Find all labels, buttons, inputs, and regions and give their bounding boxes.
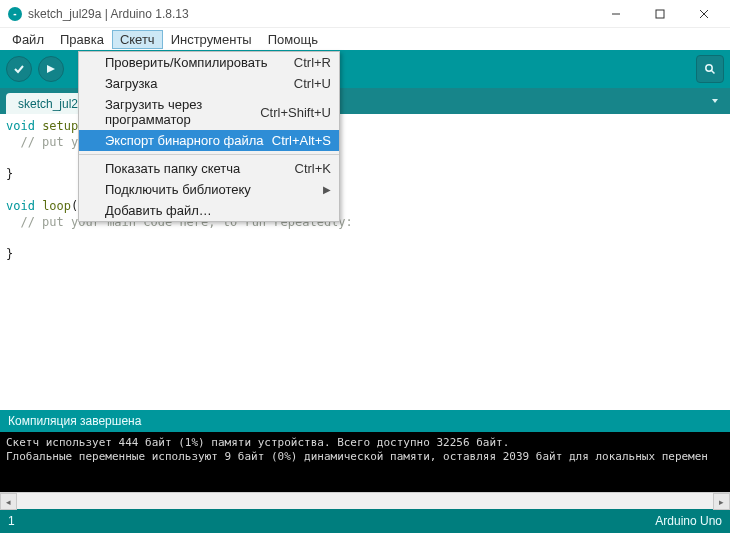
- tab-dropdown-button[interactable]: [704, 90, 726, 112]
- footer-bar: 1 Arduino Uno: [0, 509, 730, 533]
- fn-name: loop: [42, 199, 71, 213]
- menu-item-label: Подключить библиотеку: [105, 182, 251, 197]
- scroll-left-button[interactable]: ◂: [0, 493, 17, 510]
- serial-monitor-button[interactable]: [696, 55, 724, 83]
- keyword: void: [6, 199, 35, 213]
- menubar: Файл Правка Скетч Инструменты Помощь: [0, 28, 730, 50]
- menu-item-upload[interactable]: Загрузка Ctrl+U: [79, 73, 339, 94]
- submenu-arrow-icon: ▶: [323, 184, 331, 195]
- sketch-menu-popup: Проверить/Компилировать Ctrl+R Загрузка …: [78, 51, 340, 222]
- menu-edit[interactable]: Правка: [52, 30, 112, 49]
- menu-item-shortcut: Ctrl+Alt+S: [272, 133, 331, 148]
- code-text: }: [6, 247, 13, 261]
- menu-item-verify[interactable]: Проверить/Компилировать Ctrl+R: [79, 52, 339, 73]
- comment: // put yo: [6, 135, 85, 149]
- menu-item-show-folder[interactable]: Показать папку скетча Ctrl+K: [79, 158, 339, 179]
- menu-item-upload-programmer[interactable]: Загрузить через программатор Ctrl+Shift+…: [79, 94, 339, 130]
- svg-marker-7: [712, 99, 718, 103]
- menu-help[interactable]: Помощь: [260, 30, 326, 49]
- verify-button[interactable]: [6, 56, 32, 82]
- status-text: Компиляция завершена: [8, 414, 141, 428]
- menu-file[interactable]: Файл: [4, 30, 52, 49]
- footer-board-name: Arduino Uno: [655, 514, 722, 528]
- menu-item-label: Экспорт бинарного файла: [105, 133, 264, 148]
- menu-item-shortcut: Ctrl+R: [294, 55, 331, 70]
- menu-item-export-binary[interactable]: Экспорт бинарного файла Ctrl+Alt+S: [79, 130, 339, 151]
- menu-item-label: Загрузить через программатор: [105, 97, 260, 127]
- menu-item-add-file[interactable]: Добавить файл…: [79, 200, 339, 221]
- svg-marker-4: [47, 65, 55, 73]
- menu-item-label: Проверить/Компилировать: [105, 55, 267, 70]
- close-button[interactable]: [682, 0, 726, 28]
- fn-name: setup: [42, 119, 78, 133]
- menu-item-shortcut: Ctrl+U: [294, 76, 331, 91]
- console-line: Глобальные переменные используют 9 байт …: [6, 450, 724, 464]
- menu-item-label: Добавить файл…: [105, 203, 212, 218]
- status-bar: Компиляция завершена: [0, 410, 730, 432]
- menu-item-shortcut: Ctrl+K: [295, 161, 331, 176]
- svg-rect-1: [656, 10, 664, 18]
- keyword: void: [6, 119, 35, 133]
- code-text: }: [6, 167, 13, 181]
- menu-item-label: Загрузка: [105, 76, 158, 91]
- window-title: sketch_jul29a | Arduino 1.8.13: [28, 7, 189, 21]
- console-line: Скетч использует 444 байт (1%) памяти ус…: [6, 436, 724, 450]
- menu-sketch[interactable]: Скетч: [112, 30, 163, 49]
- menu-item-label: Показать папку скетча: [105, 161, 240, 176]
- maximize-button[interactable]: [638, 0, 682, 28]
- console-output[interactable]: Скетч использует 444 байт (1%) памяти ус…: [0, 432, 730, 492]
- app-icon: [8, 7, 22, 21]
- menu-item-shortcut: Ctrl+Shift+U: [260, 105, 331, 120]
- svg-point-5: [706, 65, 712, 71]
- console-scrollbar[interactable]: ◂ ▸: [0, 492, 730, 509]
- menu-tools[interactable]: Инструменты: [163, 30, 260, 49]
- svg-line-6: [712, 71, 715, 74]
- titlebar: sketch_jul29a | Arduino 1.8.13: [0, 0, 730, 28]
- upload-button[interactable]: [38, 56, 64, 82]
- menu-item-include-library[interactable]: Подключить библиотеку ▶: [79, 179, 339, 200]
- scroll-right-button[interactable]: ▸: [713, 493, 730, 510]
- footer-line-number: 1: [8, 514, 15, 528]
- menu-separator: [79, 154, 339, 155]
- minimize-button[interactable]: [594, 0, 638, 28]
- window-controls: [594, 0, 726, 28]
